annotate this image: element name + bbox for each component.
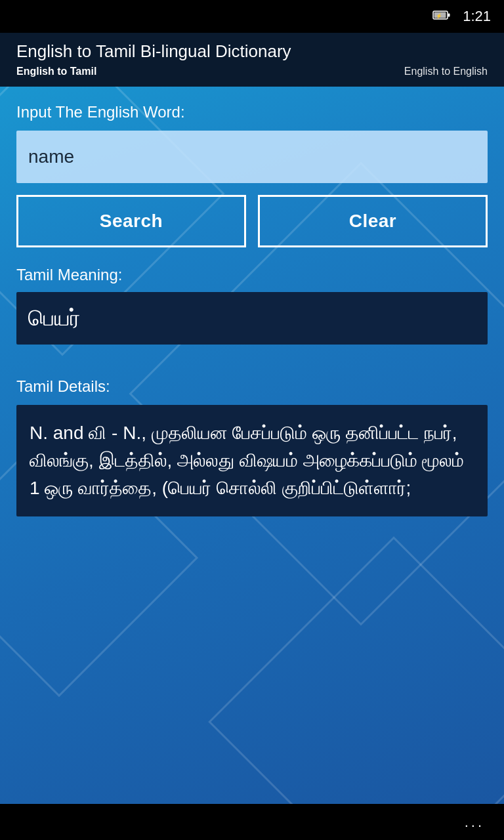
search-input[interactable]	[16, 131, 488, 183]
bottom-bar: ...	[0, 804, 504, 840]
battery-icon: ⚡	[432, 9, 451, 24]
status-bar: ⚡ 1:21	[0, 0, 504, 33]
tab-english-to-english[interactable]: English to English	[404, 66, 488, 77]
app-title: English to Tamil Bi-lingual Dictionary	[16, 41, 488, 63]
main-content: Input The English Word: Search Clear Tam…	[0, 87, 504, 530]
status-icons: ⚡ 1:21	[432, 8, 491, 25]
details-box: N. and வி - N., முதலியன பேசப்படும் ஒரு த…	[16, 405, 488, 516]
meaning-label: Tamil Meaning:	[16, 266, 488, 284]
buttons-row: Search Clear	[16, 195, 488, 247]
more-options-button[interactable]: ...	[465, 814, 484, 831]
details-label: Tamil Details:	[16, 377, 488, 396]
tab-english-to-tamil[interactable]: English to Tamil	[16, 66, 96, 77]
meaning-text: பெயர்	[28, 305, 80, 330]
input-label: Input The English Word:	[16, 103, 488, 121]
search-button[interactable]: Search	[16, 195, 246, 247]
details-text: N. and வி - N., முதலியன பேசப்படும் ஒரு த…	[30, 423, 464, 498]
svg-rect-2	[448, 13, 450, 16]
svg-text:⚡: ⚡	[436, 12, 442, 19]
clear-button[interactable]: Clear	[258, 195, 488, 247]
meaning-box: பெயர்	[16, 292, 488, 345]
app-header: English to Tamil Bi-lingual Dictionary E…	[0, 33, 504, 87]
header-tabs: English to Tamil English to English	[16, 66, 488, 77]
time-display: 1:21	[463, 8, 491, 25]
